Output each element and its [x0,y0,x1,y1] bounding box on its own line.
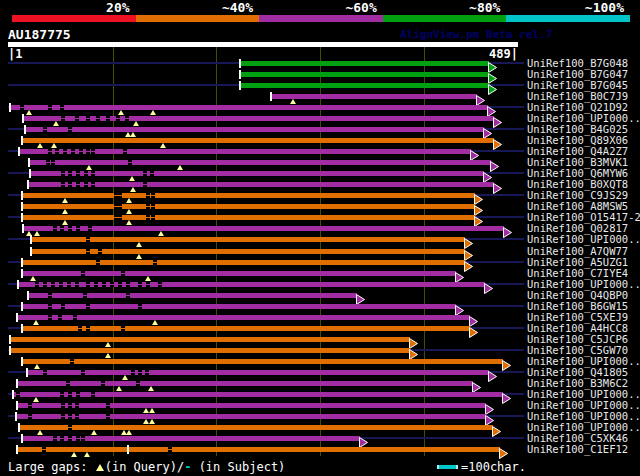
alignment-bar[interactable] [31,249,465,254]
subject-gap-dash [43,127,47,132]
alignment-start-tick [270,92,272,101]
alignment-bar[interactable] [28,293,357,298]
query-gap-triangle-icon [126,430,132,435]
alignment-bar[interactable] [22,215,475,220]
subject-gap-dash [68,392,72,397]
alignment-start-tick [21,258,23,267]
subject-gap-dash [76,171,80,176]
arrowhead-icon [488,367,498,386]
subject-gap-dash [28,414,32,419]
subject-gap-dash [138,304,142,309]
subject-gap-dash [61,403,65,408]
subject-gap-dash [60,105,64,110]
query-gap-triangle-icon [26,110,32,115]
alignment-bar[interactable] [271,94,477,99]
subject-gap-dash [42,447,46,452]
alignment-bar[interactable] [17,403,486,408]
alignment-start-tick [239,59,241,68]
subject-gap-dash [76,226,80,231]
alignment-start-tick [15,412,17,421]
subject-gap-dash [96,260,100,265]
subject-gap-dash [125,116,129,121]
alignment-bar[interactable] [27,370,489,375]
query-gap-triangle-icon [149,419,155,424]
subject-gap-dash [128,160,132,165]
alignment-bar[interactable] [28,182,494,187]
arrowhead-icon [484,279,494,298]
subject-gap-dash [48,149,52,154]
alignment-bar[interactable] [17,315,470,320]
query-gap-triangle-icon [116,386,122,391]
subject-gap-dash [151,204,155,209]
alignment-bar[interactable] [31,237,465,242]
alignment-start-tick [27,291,29,300]
subject-gap-dash [88,226,92,231]
subject-gap-dash [78,326,82,331]
subject-gap-dash [51,282,55,287]
identity-key-segment [506,15,630,22]
query-gap-triangle-icon [30,276,36,281]
alignment-bar[interactable] [22,271,456,276]
alignment-bar[interactable] [25,127,484,132]
subject-gap-dash [126,282,130,287]
alignment-bar[interactable] [240,83,489,88]
subject-gap-dash [43,370,47,375]
query-gap-triangle-icon [34,231,40,236]
subject-gap-dash [46,160,50,165]
alignment-bar[interactable] [17,381,473,386]
subject-gap-dash [106,403,110,408]
subject-gap-dash [151,215,155,220]
alignment-bar[interactable] [240,72,489,77]
alignment-bar[interactable] [22,193,475,198]
alignment-bar[interactable] [23,226,504,231]
subject-gap-dash [138,282,142,287]
subject-gap-dash [102,282,106,287]
arrowhead-icon [469,323,479,342]
identity-key-label: 20% [12,1,130,14]
subject-gap-dash [76,436,80,441]
alignment-bar[interactable] [16,414,486,419]
subject-gap-dash [123,149,127,154]
subject-gap-dash [68,436,72,441]
subject-gap-dash [48,304,52,309]
subject-gap-dash [60,226,64,231]
subject-gap-dash [28,403,32,408]
alignment-bar[interactable] [13,392,503,397]
scale-start-label: |1 [8,47,22,61]
row-label[interactable]: UniRef100_C1EF12 [527,444,628,455]
alignment-bar[interactable] [22,359,503,364]
query-gap-triangle-icon [129,176,135,181]
arrowhead-icon [464,257,474,276]
alignment-bar[interactable] [10,348,410,353]
subject-gap-dash [118,204,122,209]
alignment-bar[interactable] [30,171,484,176]
subject-gap-dash [48,105,52,110]
query-gap-triangle-icon [118,110,124,115]
alignment-bar[interactable] [22,260,465,265]
subject-gap-dash [75,282,79,287]
alignment-bar[interactable] [240,61,489,66]
alignment-bar[interactable] [29,160,491,165]
alignment-bar[interactable] [22,204,475,209]
query-gap-triangle-icon [145,276,151,281]
subject-gap-dash [71,149,75,154]
alignment-start-tick [30,235,32,244]
alignment-start-tick [21,324,23,333]
identity-key-segment [136,15,260,22]
alignment-start-tick [9,103,11,112]
alignment-bar[interactable] [23,116,494,121]
subject-gap-dash [118,282,122,287]
alignment-bar[interactable] [22,436,360,441]
subject-gap-dash [61,171,65,176]
alignment-start-tick [18,147,20,156]
query-gap-triangle-icon [149,408,155,413]
alignment-bar[interactable] [22,138,494,143]
row-label[interactable]: UniRef100_UPI000.. [527,234,640,245]
alignment-bar[interactable] [10,337,410,342]
subject-gap-dash [106,116,110,121]
identity-key-segment [12,15,136,22]
alignment-bar[interactable] [10,105,488,110]
subject-gap-dash [138,370,142,375]
subject-gap-dash [61,116,65,121]
alignment-start-tick [17,280,19,289]
